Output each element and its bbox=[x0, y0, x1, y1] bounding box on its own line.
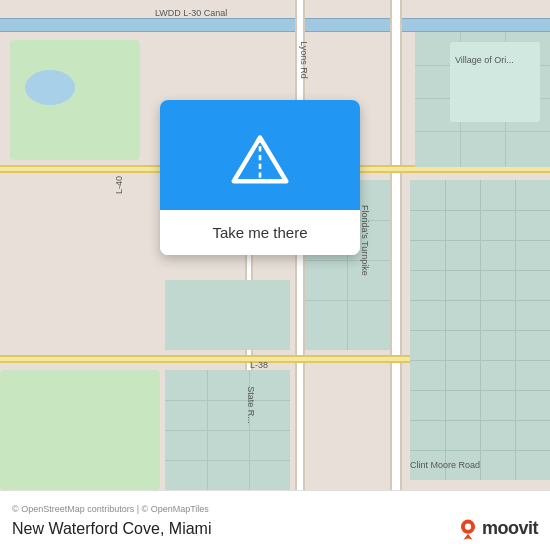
lyons-label: Lyons Rd bbox=[299, 41, 309, 79]
canal-label: LWDD L-30 Canal bbox=[155, 8, 227, 18]
water-feature bbox=[25, 70, 75, 105]
svg-point-2 bbox=[465, 523, 471, 529]
turnpike-label: Florida's Turnpike bbox=[360, 205, 370, 276]
state-road-label: State R... bbox=[246, 386, 256, 424]
turnpike-road bbox=[390, 0, 402, 490]
l40-label: L-40 bbox=[114, 176, 124, 194]
bottom-bar: © OpenStreetMap contributors | © OpenMap… bbox=[0, 490, 550, 550]
clint-moore-label: Clint Moore Road bbox=[410, 460, 480, 470]
village-block bbox=[450, 42, 540, 122]
take-me-there-button[interactable]: Take me there bbox=[160, 210, 360, 255]
moovit-pin-icon bbox=[457, 518, 479, 540]
village-label: Village of Ori... bbox=[455, 55, 514, 65]
moovit-logo: moovit bbox=[457, 518, 538, 540]
moovit-logo-text: moovit bbox=[482, 518, 538, 538]
nav-card-icon-area bbox=[160, 100, 360, 210]
canal bbox=[0, 18, 550, 32]
grid-overlay-lower bbox=[165, 370, 290, 490]
park-area-left bbox=[10, 40, 140, 160]
navigation-card: Take me there bbox=[160, 100, 360, 255]
grid-overlay-right bbox=[410, 180, 550, 480]
road-icon bbox=[225, 120, 295, 190]
mid-block bbox=[165, 280, 290, 350]
map-view: LWDD L-30 Canal Lyons Rd L-40 L-38 Flori… bbox=[0, 0, 550, 490]
l38-label: L-38 bbox=[250, 360, 268, 370]
map-attribution: © OpenStreetMap contributors | © OpenMap… bbox=[12, 504, 538, 514]
location-name: New Waterford Cove, Miami bbox=[12, 520, 211, 538]
location-name-text: New Waterford Cove bbox=[12, 520, 160, 537]
green-lower-left bbox=[0, 370, 160, 490]
location-row: New Waterford Cove, Miami moovit bbox=[12, 518, 538, 540]
location-city-text: Miami bbox=[169, 520, 212, 537]
moovit-text: moovit bbox=[482, 518, 538, 539]
